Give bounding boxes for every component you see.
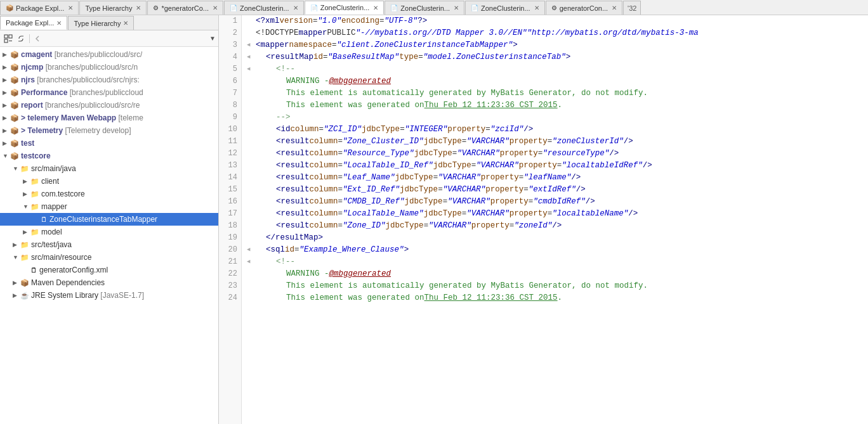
tree-item-src-test-java[interactable]: ▶ 📁 src/test/java bbox=[0, 238, 218, 251]
toolbar-separator bbox=[29, 34, 30, 43]
tree-item-njrs[interactable]: ▶ 📦 njrs [branches/publiccloud/src/njrs: bbox=[0, 74, 218, 86]
code-line-19[interactable]: </resultMap> bbox=[242, 232, 868, 244]
code-line-12[interactable]: <result column="Resource_Type" jdbcType=… bbox=[242, 148, 868, 160]
tab-type-hierarchy[interactable]: Type Hierarchy ✕ bbox=[79, 1, 147, 15]
tab-zone-cluster-4[interactable]: 📄 ZoneClusterin... ✕ bbox=[465, 1, 545, 15]
code-line-14[interactable]: <result column="Leaf_Name" jdbcType="VAR… bbox=[242, 172, 868, 184]
njcmp-arrow[interactable]: ▶ bbox=[3, 64, 10, 70]
tree-item-zone-cluster-mapper[interactable]: 🗒 ZoneClusterinstanceTabMapper bbox=[0, 213, 218, 226]
tree-item-com-testcore[interactable]: ▶ 📁 com.testcore bbox=[0, 188, 218, 200]
tree-item-client[interactable]: ▶ 📁 client bbox=[0, 175, 218, 188]
telemetry-arrow[interactable]: ▶ bbox=[3, 127, 10, 134]
code-content[interactable]: <?xml version="1.0" encoding="UTF-8" ?> … bbox=[242, 15, 868, 424]
cmagent-arrow[interactable]: ▶ bbox=[3, 51, 10, 58]
tree-item-performance[interactable]: ▶ 📦 Performance [branches/publiccloud bbox=[0, 86, 218, 99]
com-testcore-arrow[interactable]: ▶ bbox=[23, 191, 30, 197]
line-num-3: 3 bbox=[219, 39, 241, 51]
close-zone-cluster-2[interactable]: ✕ bbox=[373, 4, 378, 11]
code-line-1[interactable]: <?xml version="1.0" encoding="UTF-8" ?> bbox=[242, 15, 868, 27]
close-zone-cluster-1[interactable]: ✕ bbox=[293, 4, 298, 11]
code-line-2[interactable]: <!DOCTYPE mapper PUBLIC "-//mybatis.org/… bbox=[242, 27, 868, 39]
code-line-20[interactable]: ◀ <sql id="Example_Where_Clause" > bbox=[242, 244, 868, 256]
testcore-arrow[interactable]: ▼ bbox=[3, 153, 10, 159]
line-num-19: 19 bbox=[219, 232, 241, 244]
left-tab-hier-close[interactable]: ✕ bbox=[123, 20, 128, 27]
tree-item-telemetry[interactable]: ▶ 📦 > Telemetry [Telemetry develop] bbox=[0, 124, 218, 137]
report-arrow[interactable]: ▶ bbox=[3, 102, 10, 108]
tab-package-explorer[interactable]: 📦 Package Expl... ✕ bbox=[0, 1, 79, 15]
tree-item-cmagent[interactable]: ▶ 📦 cmagent [branches/publiccloud/src/ bbox=[0, 48, 218, 61]
tree-item-jre-system-library[interactable]: ▶ ☕ JRE System Library [JavaSE-1.7] bbox=[0, 289, 218, 302]
tree-item-maven-deps[interactable]: ▶ 📦 Maven Dependencies bbox=[0, 276, 218, 289]
view-menu-button[interactable]: ▼ bbox=[209, 35, 216, 42]
client-arrow[interactable]: ▶ bbox=[23, 178, 30, 184]
left-tab-package-explorer[interactable]: Package Expl... ✕ bbox=[0, 16, 67, 30]
tab-zone-cluster-3[interactable]: 📄 ZoneClusterin... ✕ bbox=[385, 1, 464, 15]
tree-item-src-main-resource[interactable]: ▼ 📁 src/main/resource bbox=[0, 251, 218, 264]
src-main-java-arrow[interactable]: ▼ bbox=[13, 165, 20, 172]
left-tab-pkg-close[interactable]: ✕ bbox=[56, 20, 62, 27]
mapper-icon: 📁 bbox=[30, 203, 39, 211]
test-arrow[interactable]: ▶ bbox=[3, 140, 10, 146]
mapper-arrow[interactable]: ▼ bbox=[23, 203, 30, 210]
code-line-10[interactable]: <id column="ZCI_ID" jdbcType="INTEGER" p… bbox=[242, 124, 868, 136]
code-line-16[interactable]: <result column="CMDB_ID_Ref" jdbcType="V… bbox=[242, 196, 868, 208]
code-line-22[interactable]: WARNING - @mbggenerated bbox=[242, 268, 868, 280]
code-line-7[interactable]: This element is automatically generated … bbox=[242, 87, 868, 100]
model-arrow[interactable]: ▶ bbox=[23, 229, 30, 235]
close-zone-cluster-3[interactable]: ✕ bbox=[454, 4, 459, 11]
close-gen-config-2[interactable]: ✕ bbox=[612, 4, 617, 11]
collapse-all-button[interactable] bbox=[3, 33, 14, 44]
back-button[interactable] bbox=[32, 33, 44, 44]
code-line-21[interactable]: ◀ <!-- bbox=[242, 256, 868, 268]
tab-zone-cluster-2[interactable]: 📄 ZoneClusterin... ✕ bbox=[305, 1, 385, 15]
tree-item-njcmp[interactable]: ▶ 📦 njcmp [branches/publiccloud/src/n bbox=[0, 61, 218, 74]
telemery-arrow[interactable]: ▶ bbox=[3, 115, 10, 121]
njrs-icon: 📦 bbox=[10, 76, 19, 84]
tree-item-model[interactable]: ▶ 📁 model bbox=[0, 226, 218, 238]
tree-item-test[interactable]: ▶ 📦 test bbox=[0, 137, 218, 150]
tree-item-telemery[interactable]: ▶ 📦 > telemery Maven Webapp [teleme bbox=[0, 112, 218, 124]
src-test-java-arrow[interactable]: ▶ bbox=[13, 241, 20, 248]
code-line-17[interactable]: <result column="LocalTable_Name" jdbcTyp… bbox=[242, 208, 868, 220]
tab-label-zone-cluster-1: ZoneClusterin... bbox=[240, 4, 289, 12]
tab-zone-cluster-1[interactable]: 📄 ZoneClusterin... ✕ bbox=[224, 1, 304, 15]
link-with-editor-button[interactable] bbox=[15, 33, 27, 44]
code-line-3[interactable]: ◀ <mapper namespace="client.ZoneClusteri… bbox=[242, 39, 868, 51]
code-line-18[interactable]: <result column="Zone_ID" jdbcType="VARCH… bbox=[242, 220, 868, 232]
code-line-8[interactable]: This element was generated on Thu Feb 12… bbox=[242, 100, 868, 112]
left-tab-type-hierarchy[interactable]: Type Hierarchy ✕ bbox=[68, 16, 134, 30]
code-line-13[interactable]: <result column="LocalTable_ID_Ref" jdbcT… bbox=[242, 160, 868, 172]
code-line-5[interactable]: ◀ <!-- bbox=[242, 63, 868, 75]
tree-item-testcore[interactable]: ▼ 📦 testcore bbox=[0, 150, 218, 162]
tab-generator-config[interactable]: ⚙ *generatorCo... ✕ bbox=[147, 1, 223, 15]
code-line-6[interactable]: WARNING - @mbggenerated bbox=[242, 75, 868, 87]
code-line-24[interactable]: This element was generated on Thu Feb 12… bbox=[242, 292, 868, 304]
maven-deps-arrow[interactable]: ▶ bbox=[13, 279, 20, 286]
tab-overflow[interactable]: '32 bbox=[623, 1, 641, 15]
tree-item-src-main-java[interactable]: ▼ 📁 src/main/java bbox=[0, 162, 218, 175]
close-zone-cluster-4[interactable]: ✕ bbox=[534, 4, 539, 11]
src-main-resource-arrow[interactable]: ▼ bbox=[13, 254, 20, 260]
testcore-icon: 📦 bbox=[10, 152, 19, 160]
code-line-9[interactable]: --> bbox=[242, 112, 868, 124]
tree-item-report[interactable]: ▶ 📦 report [branches/publiccloud/src/re bbox=[0, 99, 218, 112]
zone-cluster-3-icon: 📄 bbox=[390, 4, 398, 11]
code-line-11[interactable]: <result column="Zone_Cluster_ID" jdbcTyp… bbox=[242, 136, 868, 148]
code-line-4[interactable]: ◀ <resultMap id="BaseResultMap" type="mo… bbox=[242, 51, 868, 63]
code-line-23[interactable]: This element is automatically generated … bbox=[242, 280, 868, 292]
close-generator-config[interactable]: ✕ bbox=[213, 4, 218, 11]
performance-arrow[interactable]: ▶ bbox=[3, 89, 10, 96]
close-package-explorer[interactable]: ✕ bbox=[68, 4, 73, 11]
jre-library-arrow[interactable]: ▶ bbox=[13, 292, 20, 299]
line-num-18: 18 bbox=[219, 220, 241, 232]
line-num-22: 22 bbox=[219, 268, 241, 280]
tree-item-generator-config-xml[interactable]: 🗒 generatorConfig.xml bbox=[0, 264, 218, 276]
close-type-hierarchy[interactable]: ✕ bbox=[136, 4, 141, 11]
tab-label-zone-cluster-2: ZoneClusterin... bbox=[320, 4, 370, 11]
code-line-15[interactable]: <result column="Ext_ID_Ref" jdbcType="VA… bbox=[242, 184, 868, 196]
njrs-arrow[interactable]: ▶ bbox=[3, 77, 10, 83]
tab-gen-config-2[interactable]: ⚙ generatorCon... ✕ bbox=[546, 1, 622, 15]
tree-item-mapper[interactable]: ▼ 📁 mapper bbox=[0, 200, 218, 213]
gen-config-xml-icon: 🗒 bbox=[30, 266, 37, 274]
